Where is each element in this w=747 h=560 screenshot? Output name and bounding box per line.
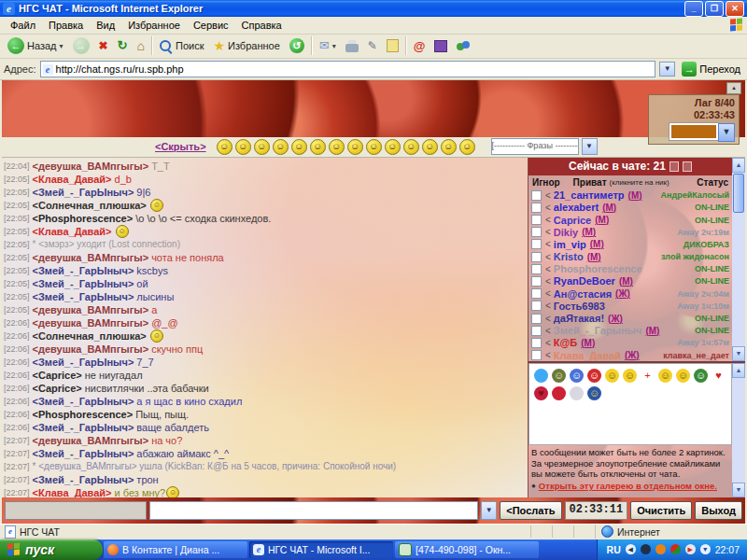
user-gender-link[interactable]: Ж — [608, 314, 623, 324]
ignore-checkbox[interactable] — [531, 264, 542, 274]
user-nick[interactable]: Caprice — [554, 215, 591, 226]
message-nick[interactable]: девушка_ВАМпгыгы — [33, 252, 149, 263]
gallery-smiley-icon[interactable]: ☺ — [570, 369, 584, 383]
message-nick[interactable]: Змей_-_ГарЫныч — [33, 396, 134, 407]
stop-button[interactable]: ✖ — [96, 37, 111, 54]
address-input[interactable]: e http://chat.ngs.ru/ru.spb.php — [40, 61, 656, 77]
smiley-icon[interactable]: ☺ — [329, 139, 345, 155]
smiley-icon[interactable]: ☺ — [347, 139, 363, 155]
gallery-smiley-icon[interactable] — [552, 386, 566, 400]
ignore-checkbox[interactable] — [531, 252, 542, 262]
smiley-icon[interactable]: ☺ — [254, 139, 270, 155]
user-gender-link[interactable]: М — [619, 276, 633, 287]
taskbar-task-button[interactable]: В Контакте | Диана ... — [104, 541, 247, 558]
message-nick[interactable]: Змей_-_ГарЫныч — [33, 448, 134, 459]
exit-button[interactable]: Выход — [695, 501, 742, 520]
scroll-up-icon[interactable]: ▲ — [732, 158, 745, 173]
user-gender-link[interactable]: М — [590, 239, 604, 249]
media-button[interactable] — [431, 39, 450, 53]
user-nick[interactable]: Dikiy — [554, 227, 578, 238]
color-select[interactable]: ▼ — [653, 123, 735, 142]
taskbar-task-button[interactable]: [474-490-098] - Окн... — [395, 541, 539, 558]
tray-arrow-icon[interactable]: ▼ — [700, 544, 711, 554]
tray-player-icon[interactable]: ▶ — [685, 544, 696, 554]
taskbar-task-button[interactable]: e НГС ЧАТ - Microsoft I... — [249, 541, 393, 558]
menu-item[interactable]: Избранное — [121, 20, 187, 31]
back-button[interactable]: ← Назад ▾ — [5, 36, 66, 55]
gallery-smiley-icon[interactable]: ♥ — [534, 386, 548, 400]
ignore-checkbox[interactable] — [531, 350, 542, 360]
mailru-button[interactable]: @ — [411, 38, 429, 54]
ignore-checkbox[interactable] — [531, 276, 542, 287]
gallery-open-link[interactable]: Открыть эту галерею в отдельном окне. — [539, 481, 717, 491]
ignore-checkbox[interactable] — [531, 326, 542, 336]
print-button[interactable] — [343, 39, 361, 53]
input-dropdown-icon[interactable]: ▼ — [481, 501, 497, 520]
user-gender-link[interactable]: М — [581, 338, 595, 348]
smiley-icon[interactable]: ☺ — [459, 139, 475, 155]
scroll-down-icon[interactable]: ▼ — [732, 346, 745, 361]
message-nick[interactable]: Солнечная_плюшка — [33, 330, 147, 342]
restore-button[interactable]: ❐ — [705, 1, 724, 17]
user-gender-link[interactable]: М — [645, 326, 659, 336]
user-nick[interactable]: К@Б — [554, 337, 577, 348]
gallery-smiley-icon[interactable]: ♥ — [712, 369, 726, 383]
smiley-icon[interactable]: ☺ — [441, 139, 457, 155]
user-nick[interactable]: Гость6983 — [554, 301, 605, 312]
message-nick[interactable]: девушка_ВАМпгыгы — [33, 161, 149, 172]
smiley-icon[interactable]: ☺ — [273, 139, 289, 155]
user-nick[interactable]: RyanDeBoer — [554, 275, 615, 287]
ignore-checkbox[interactable] — [531, 288, 542, 299]
user-gender-link[interactable]: М — [602, 203, 616, 213]
userlist-refresh-icon[interactable] — [669, 161, 679, 172]
smiley-icon[interactable]: ☺ — [310, 139, 326, 155]
address-url[interactable]: http://chat.ngs.ru/ru.spb.php — [56, 63, 654, 75]
tray-chevron-icon[interactable]: ◀ — [626, 544, 636, 554]
smiley-icon[interactable]: ☺ — [366, 139, 382, 155]
ignore-checkbox[interactable] — [531, 301, 542, 311]
send-button[interactable]: <Послать — [500, 501, 561, 520]
userlist-popup-icon[interactable] — [683, 161, 692, 172]
gallery-smiley-icon[interactable] — [534, 369, 548, 383]
scroll-thumb[interactable] — [733, 174, 744, 213]
back-dropdown-icon[interactable]: ▾ — [60, 42, 63, 50]
message-input[interactable] — [149, 501, 478, 520]
menu-item[interactable]: Сервис — [187, 20, 235, 31]
scroll-down-icon[interactable]: ▼ — [732, 483, 745, 497]
message-nick[interactable]: Солнечная_плюшка — [33, 200, 147, 211]
user-gender-link[interactable]: М — [628, 190, 642, 201]
user-nick[interactable]: Клава_Давай — [554, 350, 621, 361]
message-nick[interactable]: Caprice — [33, 383, 82, 394]
ignore-checkbox[interactable] — [531, 215, 542, 225]
gallery-smiley-icon[interactable]: ☺ — [623, 369, 637, 383]
message-nick[interactable]: девушка_ВАМпгыгы — [33, 343, 149, 355]
message-nick[interactable]: Змей_-_ГарЫныч — [33, 357, 134, 368]
tray-red-green-icon[interactable] — [670, 544, 681, 554]
ignore-checkbox[interactable] — [531, 190, 542, 201]
ignore-checkbox[interactable] — [531, 239, 542, 249]
user-nick[interactable]: alexabert — [554, 202, 599, 213]
user-gender-link[interactable]: М — [582, 227, 596, 237]
close-button[interactable]: ✕ — [726, 1, 744, 17]
gallery-smiley-icon[interactable]: + — [641, 369, 655, 383]
smiley-icon[interactable]: ☺ — [422, 139, 438, 155]
gallery-scrollbar[interactable]: ▲ ▼ — [732, 363, 745, 497]
menu-item[interactable]: Правка — [42, 20, 90, 31]
start-button[interactable]: пуск — [0, 539, 103, 560]
menu-item[interactable]: Справка — [235, 20, 289, 31]
hide-link[interactable]: <Скрыть> — [155, 141, 206, 152]
smiley-icon[interactable]: ☺ — [235, 139, 251, 155]
gallery-smiley-icon[interactable]: ☺ — [658, 369, 672, 383]
message-nick[interactable]: Змей_-_ГарЫныч — [33, 278, 134, 289]
gallery-smiley-icon[interactable]: ☺ — [694, 369, 708, 383]
messenger-button[interactable] — [454, 39, 472, 53]
scroll-up-icon[interactable]: ▲ — [732, 363, 745, 378]
message-nick[interactable]: Phosphorescence — [33, 409, 134, 420]
userlist-scrollbar[interactable]: ▲ ▼ — [732, 158, 745, 362]
forward-button[interactable]: → — [70, 36, 92, 55]
smiley-icon[interactable]: ☺ — [291, 139, 307, 155]
color-dropdown-icon[interactable]: ▼ — [718, 123, 735, 142]
tray-orange-icon[interactable] — [655, 544, 666, 554]
menu-item[interactable]: Вид — [90, 20, 121, 31]
user-nick[interactable]: 21_сантиметр — [554, 189, 625, 201]
